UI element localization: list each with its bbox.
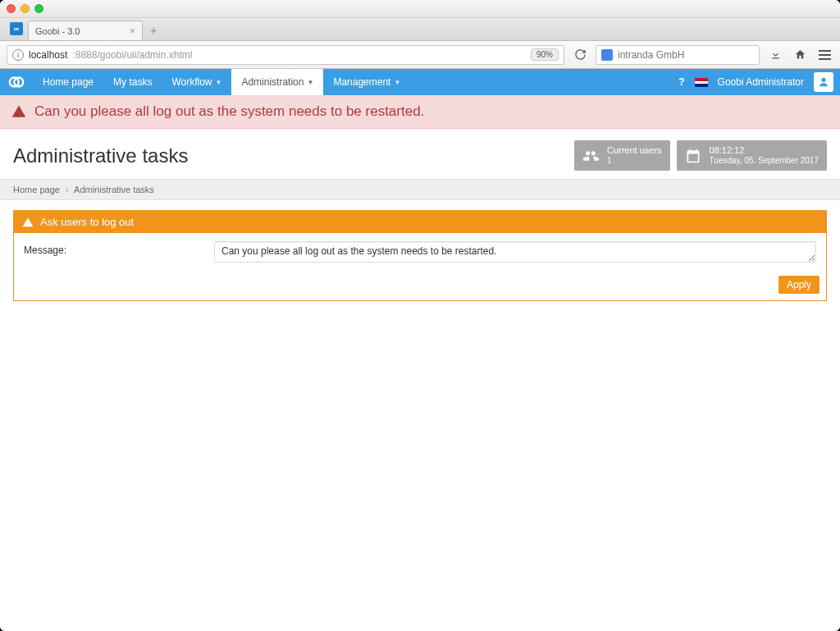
pinned-tab-icon[interactable]: ∞ xyxy=(10,22,23,35)
users-icon xyxy=(582,148,599,164)
window-zoom-dot[interactable] xyxy=(34,4,43,13)
reload-button[interactable] xyxy=(571,46,589,64)
app-topnav: Home pageMy tasksWorkflow▼Administration… xyxy=(0,69,840,95)
panel-header: Ask users to log out xyxy=(14,211,826,233)
chevron-down-icon: ▼ xyxy=(307,79,313,86)
warning-icon xyxy=(11,104,26,119)
calendar-icon xyxy=(685,148,701,164)
zoom-badge[interactable]: 90% xyxy=(531,48,559,61)
chevron-down-icon: ▼ xyxy=(394,79,400,86)
page-content: Home pageMy tasksWorkflow▼Administration… xyxy=(0,69,840,631)
address-bar[interactable]: i localhost:8888/goobi/uii/admin.xhtml 9… xyxy=(7,45,564,65)
nav-item-workflow[interactable]: Workflow▼ xyxy=(162,69,231,95)
tab-close-icon[interactable]: × xyxy=(130,25,135,37)
nav-item-home-page[interactable]: Home page xyxy=(33,69,103,95)
home-button[interactable] xyxy=(791,46,809,64)
user-menu-button[interactable] xyxy=(814,72,833,92)
breadcrumb: Home page › Administrative tasks xyxy=(0,179,840,200)
page-header: Administrative tasks Current users 1 08:… xyxy=(0,129,840,179)
current-users-card[interactable]: Current users 1 xyxy=(574,140,670,171)
browser-tab[interactable]: Goobi - 3.0 × xyxy=(28,21,143,40)
panel-title: Ask users to log out xyxy=(40,216,134,228)
breadcrumb-home[interactable]: Home page xyxy=(13,185,60,194)
nav-item-management[interactable]: Management▼ xyxy=(323,69,410,95)
nav-item-my-tasks[interactable]: My tasks xyxy=(103,69,162,95)
message-label: Message: xyxy=(24,241,204,256)
users-count: 1 xyxy=(607,156,662,166)
message-input[interactable]: Can you please all log out as the system… xyxy=(214,241,816,263)
app-logo[interactable] xyxy=(0,69,33,95)
downloads-button[interactable] xyxy=(766,46,784,64)
logout-panel: Ask users to log out Message: Can you pl… xyxy=(13,210,827,301)
users-label: Current users xyxy=(607,145,662,156)
warning-icon xyxy=(22,217,34,228)
browser-tabstrip: ∞ Goobi - 3.0 × + xyxy=(0,18,840,41)
mac-titlebar xyxy=(0,0,840,18)
datetime-card: 08:12:12 Tuesday, 05. September 2017 xyxy=(677,140,827,171)
new-tab-button[interactable]: + xyxy=(144,22,162,39)
apply-button[interactable]: Apply xyxy=(778,276,819,294)
browser-toolbar: i localhost:8888/goobi/uii/admin.xhtml 9… xyxy=(0,41,840,69)
window-close-dot[interactable] xyxy=(7,4,16,13)
search-placeholder: intranda GmbH xyxy=(618,49,684,61)
date-text: Tuesday, 05. September 2017 xyxy=(710,156,819,166)
alert-text: Can you please all log out as the system… xyxy=(34,103,424,120)
tab-title: Goobi - 3.0 xyxy=(35,26,80,36)
breadcrumb-current: Administrative tasks xyxy=(74,185,154,194)
url-path: :8888/goobi/uii/admin.xhtml xyxy=(72,49,192,61)
url-host: localhost xyxy=(29,49,67,61)
page-title: Administrative tasks xyxy=(13,144,188,167)
chevron-down-icon: ▼ xyxy=(216,79,222,86)
language-flag-icon[interactable] xyxy=(695,78,708,87)
window-minimize-dot[interactable] xyxy=(21,4,30,13)
nav-item-administration[interactable]: Administration▼ xyxy=(231,69,323,95)
help-icon[interactable]: ? xyxy=(678,76,684,88)
system-alert-banner: Can you please all log out as the system… xyxy=(0,95,840,129)
current-user-label: Goobi Administrator xyxy=(718,76,804,88)
browser-search-box[interactable]: intranda GmbH xyxy=(596,45,760,65)
breadcrumb-separator: › xyxy=(66,185,69,194)
search-engine-icon xyxy=(601,49,613,61)
site-info-icon[interactable]: i xyxy=(12,49,24,61)
time-text: 08:12:12 xyxy=(710,145,819,156)
menu-button[interactable] xyxy=(815,46,833,64)
